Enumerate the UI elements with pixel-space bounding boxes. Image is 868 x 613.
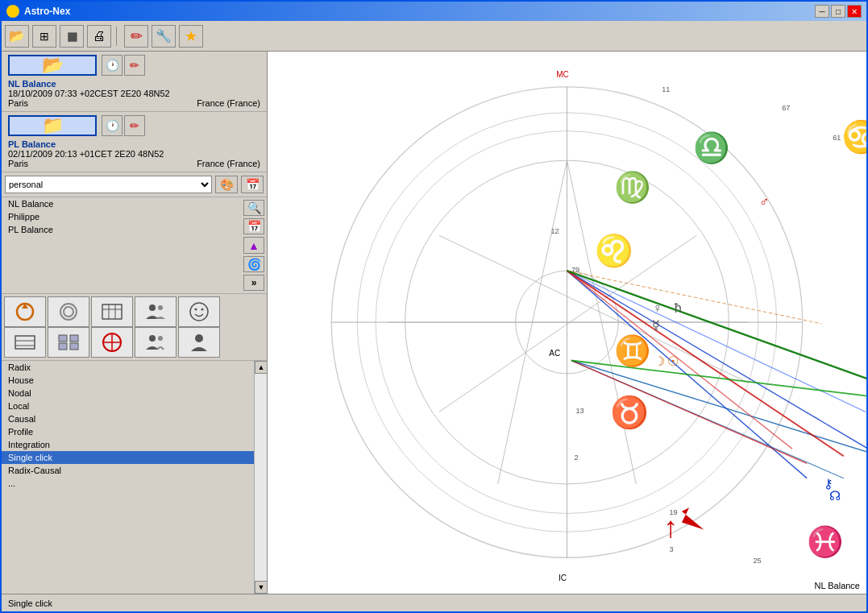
chart2-edit-button[interactable]: ✏	[124, 115, 145, 136]
people3-icon-btn[interactable]	[135, 327, 177, 358]
chart1-clock-button[interactable]: 🕐	[102, 55, 123, 76]
chart-type-house[interactable]: House	[2, 374, 254, 387]
svg-text:♀: ♀	[652, 300, 662, 315]
spiral-icon-btn[interactable]: 🌀	[243, 256, 264, 272]
chart-bottom-label: NL Balance	[815, 581, 860, 590]
svg-text:↑: ↑	[663, 511, 678, 544]
svg-text:13: 13	[575, 407, 584, 415]
svg-text:♊: ♊	[614, 333, 651, 369]
status-bar: Single click	[2, 594, 866, 611]
chart1-edit-button[interactable]: ✏	[124, 55, 145, 76]
open-button[interactable]: 📂	[5, 25, 29, 48]
chart-type-more[interactable]: ...	[2, 477, 254, 490]
people-icon-btn[interactable]	[135, 296, 177, 327]
star-button[interactable]: ★	[179, 25, 203, 48]
svg-text:☊: ☊	[829, 488, 841, 503]
tools-button[interactable]: 🔧	[152, 25, 176, 48]
chart2-clock-button[interactable]: 🕐	[102, 115, 123, 136]
grid2-svg	[57, 333, 80, 351]
chart2-country: France (France)	[197, 159, 260, 168]
date-icon-btn[interactable]: 📅	[243, 218, 264, 234]
chart1-label: NL Balance	[8, 79, 260, 89]
svg-text:♋: ♋	[839, 115, 866, 159]
chart-type-local[interactable]: Local	[2, 400, 254, 412]
rings-icon-btn[interactable]	[48, 296, 89, 327]
ic-label: IC	[559, 574, 567, 582]
title-controls: ─ □ ✕	[815, 5, 862, 18]
search-icon-btn[interactable]: 🔍	[243, 200, 264, 216]
list-item-pl-balance[interactable]: PL Balance	[2, 223, 241, 236]
svg-text:☉: ☉	[667, 354, 679, 368]
svg-point-3	[64, 307, 73, 317]
app-icon	[6, 5, 19, 18]
svg-point-11	[195, 309, 197, 311]
circle-svg	[14, 300, 36, 323]
chart1-country: France (France)	[197, 98, 260, 108]
svg-text:11: 11	[662, 85, 670, 93]
icon-row-1	[4, 296, 264, 327]
chart-type-list: Radix House Nodal Local Causal Profile I…	[2, 361, 254, 594]
main-window: Astro-Nex ─ □ ✕ 📂 ⊞ ▦ 🖨 ✏ 🔧 ★ 📂	[0, 0, 868, 613]
pencil-button[interactable]: ✏	[124, 25, 148, 48]
chart-type-radix-causal[interactable]: Radix-Causal	[2, 464, 254, 477]
scroll-track	[255, 374, 267, 581]
zoom-fit-button[interactable]: ⊞	[32, 25, 56, 48]
person-icon-btn[interactable]	[178, 327, 220, 358]
chart-type-integration[interactable]: Integration	[2, 438, 254, 451]
svg-text:♓: ♓	[807, 524, 844, 560]
chart-type-scroll: Radix House Nodal Local Causal Profile I…	[2, 361, 267, 594]
scroll-up-btn[interactable]: ▲	[255, 361, 267, 374]
list-item-philippe[interactable]: Philippe	[2, 210, 241, 223]
list-item-nl-balance[interactable]: NL Balance	[2, 197, 241, 210]
mc-label: MC	[556, 70, 569, 79]
window-title: Astro-Nex	[24, 6, 70, 17]
people-list: NL Balance Philippe PL Balance	[2, 197, 241, 293]
scroll-down-btn[interactable]: ▼	[255, 581, 267, 594]
dropdown-section: personal professional family 🎨 📅	[2, 172, 267, 197]
side-icons-panel: 🔍 📅 ▲ 🌀 »	[241, 197, 267, 293]
svg-point-9	[158, 305, 163, 310]
svg-rect-17	[70, 335, 78, 342]
content-area: 📂 🕐 ✏ NL Balance 18/10/2009 07:33 +02CES…	[2, 52, 866, 594]
grid2-icon-btn[interactable]	[48, 327, 89, 358]
calendar-button[interactable]: 📅	[241, 176, 264, 193]
chart-type-nodal[interactable]: Nodal	[2, 387, 254, 400]
svg-text:☿: ☿	[652, 317, 660, 332]
print-button[interactable]: 🖨	[87, 25, 111, 48]
category-dropdown[interactable]: personal professional family	[5, 176, 212, 193]
face-svg	[188, 300, 210, 323]
svg-text:25: 25	[754, 557, 762, 565]
ac-label: AC	[549, 349, 560, 358]
chart2-section: 📁 🕐 ✏ PL Balance 02/11/2009 20:13 +01CET…	[2, 112, 267, 172]
minimize-button[interactable]: ─	[815, 5, 829, 18]
toolbar-separator	[116, 27, 119, 46]
chart1-open-button[interactable]: 📂	[8, 55, 97, 76]
close-button[interactable]: ✕	[847, 5, 862, 18]
circle-icon-btn[interactable]	[4, 296, 46, 327]
palette-button[interactable]: 🎨	[215, 176, 238, 193]
chart1-section: 📂 🕐 ✏ NL Balance 18/10/2009 07:33 +02CES…	[2, 52, 267, 112]
chart-type-single-click[interactable]: Single click	[2, 451, 254, 464]
svg-text:3: 3	[669, 545, 673, 553]
list2-svg	[14, 333, 36, 351]
more-icon-btn[interactable]: »	[243, 275, 264, 291]
status-text: Single click	[8, 599, 52, 608]
table-icon-btn[interactable]	[91, 296, 133, 327]
chart-type-causal[interactable]: Causal	[2, 412, 254, 425]
svg-text:♂: ♂	[759, 194, 769, 209]
icon-row-2	[4, 327, 264, 358]
chart-type-profile[interactable]: Profile	[2, 425, 254, 438]
triangle-icon-btn[interactable]: ▲	[243, 237, 264, 253]
astro-chart: MC IC AC DC 61 67 11 9 8 49 65 73 79 12 …	[268, 52, 866, 594]
chart2-open-button[interactable]: 📁	[8, 115, 97, 136]
chart1-date: 18/10/2009 07:33 +02CEST 2E20 48N52	[8, 89, 260, 98]
restore-button[interactable]: □	[831, 5, 845, 18]
zoom-rect-button[interactable]: ▦	[60, 25, 84, 48]
list2-icon-btn[interactable]	[4, 327, 46, 358]
compass-icon-btn[interactable]	[91, 327, 133, 358]
compass-svg	[101, 331, 123, 354]
chart2-label: PL Balance	[8, 139, 260, 149]
svg-text:2: 2	[575, 454, 579, 462]
face-icon-btn[interactable]	[178, 296, 220, 327]
chart-type-radix[interactable]: Radix	[2, 361, 254, 374]
